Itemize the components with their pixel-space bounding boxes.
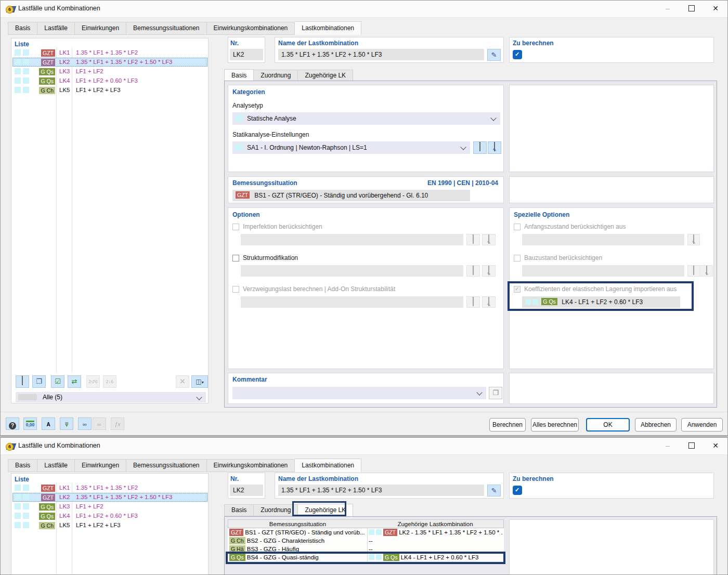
anwenden-button[interactable]: Anwenden — [681, 418, 723, 432]
tab-basis[interactable]: Basis — [8, 22, 37, 35]
list-item-lk3[interactable]: G Qs LK3 LF1 + LF2 — [12, 502, 207, 511]
zu-berechnen-checkbox[interactable] — [513, 50, 522, 59]
tab-einwirkungen[interactable]: Einwirkungen — [75, 22, 126, 35]
flag-swatch[interactable] — [23, 485, 29, 491]
struktur-new-button[interactable]: ✦ — [466, 265, 480, 277]
flag-swatch[interactable] — [15, 68, 21, 74]
tab-bemessungssituationen[interactable]: Bemessungssituationen — [126, 459, 206, 472]
unlink-button[interactable]: ∞ — [93, 417, 106, 430]
struktur-edit-button[interactable]: ✎ — [482, 265, 496, 277]
tab-lastkombinationen[interactable]: Lastkombinationen — [295, 459, 361, 472]
subtab-zuordnung[interactable]: Zuordnung — [254, 70, 298, 82]
table-row-bs1[interactable]: GZT BS1 - GZT (STR/GEO) - Ständig und vo… — [228, 528, 504, 537]
flag-swatch[interactable] — [23, 59, 29, 65]
verzweigungslast-checkbox[interactable] — [232, 286, 239, 293]
tab-einwirkungen[interactable]: Einwirkungen — [75, 459, 126, 472]
subtab-zuordnung[interactable]: Zuordnung — [254, 504, 298, 516]
relations-button[interactable]: ⋔ — [60, 417, 73, 430]
flag-swatch[interactable] — [15, 485, 21, 491]
zu-berechnen-checkbox[interactable] — [513, 486, 522, 495]
minimize-button[interactable]: – — [656, 1, 680, 17]
renumber-fill-button[interactable]: 2↓6 — [103, 375, 116, 388]
strukturmodifikation-checkbox[interactable] — [232, 255, 239, 262]
imperfektion-new-button[interactable]: ✦ — [466, 234, 480, 245]
flag-swatch[interactable] — [15, 494, 21, 500]
table-row-bs2[interactable]: G Ch BS2 - GZG - Charakteristisch -- — [228, 537, 504, 545]
flag-swatch[interactable] — [15, 49, 21, 56]
subtab-zugehoerige-lk[interactable]: Zugehörige LK — [298, 504, 353, 516]
list-item-lk2-selected[interactable]: GZT LK2 1.35 * LF1 + 1.35 * LF2 + 1.50 *… — [12, 493, 207, 502]
new-item-button[interactable]: ✦ — [16, 375, 29, 388]
list-item-lk5[interactable]: G Ch LK5 LF1 + LF2 + LF3 — [12, 86, 207, 95]
ok-button[interactable]: OK — [586, 418, 630, 432]
flag-swatch[interactable] — [23, 49, 29, 56]
flag-swatch[interactable] — [23, 522, 29, 528]
flag-swatch[interactable] — [15, 77, 21, 84]
list-item-lk2-selected[interactable]: GZT LK2 1.35 * LF1 + 1.35 * LF2 + 1.50 *… — [12, 58, 207, 67]
flag-swatch[interactable] — [15, 522, 21, 528]
list-item-lk1[interactable]: GZT LK1 1.35 * LF1 + 1.35 * LF2 — [12, 48, 207, 57]
renumber-button[interactable]: 2↺6 — [86, 375, 100, 388]
delete-item-button[interactable]: ✕ — [176, 375, 189, 388]
flag-swatch[interactable] — [23, 68, 29, 74]
flag-swatch[interactable] — [15, 87, 21, 93]
statik-edit-button[interactable]: ✎ — [488, 141, 501, 154]
flag-swatch[interactable] — [15, 59, 21, 65]
flag-swatch[interactable] — [23, 503, 29, 509]
maximize-button[interactable] — [680, 438, 704, 454]
tab-lastkombinationen[interactable]: Lastkombinationen — [295, 21, 361, 35]
abbrechen-button[interactable]: Abbrechen — [635, 418, 677, 432]
list-item-lk1[interactable]: GZT LK1 1.35 * LF1 + 1.35 * LF2 — [12, 483, 207, 492]
bauzustand-edit-button[interactable]: ✎ — [700, 265, 713, 277]
titlebar[interactable]: 6 Lastfälle und Kombinationen – ✕ — [1, 1, 727, 18]
verzweigung-edit-button[interactable]: ✎ — [482, 296, 496, 308]
kommentar-dropdown[interactable] — [232, 387, 486, 399]
kommentar-copy-button[interactable]: ❐ — [489, 387, 502, 399]
anfangszustand-checkbox[interactable] — [514, 224, 521, 230]
tab-bemessungssituationen[interactable]: Bemessungssituationen — [126, 22, 206, 35]
units-button[interactable]: 0,00 — [23, 417, 37, 430]
help-button[interactable]: ? — [6, 417, 19, 430]
tab-lastfaelle[interactable]: Lastfälle — [37, 459, 75, 472]
statik-new-button[interactable]: ✦ — [473, 141, 487, 154]
close-button[interactable]: ✕ — [704, 438, 727, 454]
flag-swatch[interactable] — [15, 503, 21, 509]
imperfektion-edit-button[interactable]: ✎ — [482, 234, 496, 245]
list-item-lk3[interactable]: G Qs LK3 LF1 + LF2 — [12, 67, 207, 76]
analysetyp-dropdown[interactable]: Statische Analyse — [232, 112, 500, 125]
flag-swatch[interactable] — [15, 513, 21, 519]
maximize-button[interactable] — [680, 1, 704, 17]
table-row-bs4[interactable]: G Qs BS4 - GZG - Quasi-ständig G Qs LK4 … — [228, 553, 504, 562]
display-settings-button[interactable]: A — [42, 417, 55, 430]
verzweigung-new-button[interactable]: ✦ — [466, 296, 480, 308]
statik-dropdown[interactable]: SA1 - I. Ordnung | Newton-Raphson | LS=1 — [232, 141, 470, 154]
invert-check-button[interactable]: ⇄ — [68, 375, 81, 388]
tab-lastfaelle[interactable]: Lastfälle — [37, 22, 75, 35]
alles-berechnen-button[interactable]: Alles berechnen — [531, 418, 579, 432]
flag-swatch[interactable] — [23, 77, 29, 84]
berechnen-button[interactable]: Berechnen — [489, 418, 526, 432]
formula-button[interactable]: ƒx — [111, 417, 124, 430]
check-all-button[interactable]: ☑ — [51, 375, 64, 388]
rename-button[interactable]: ✎ — [487, 485, 501, 496]
list-item-lk5[interactable]: G Ch LK5 LF1 + LF2 + LF3 — [12, 521, 207, 530]
subtab-zugehoerige-lk[interactable]: Zugehörige LK — [298, 70, 353, 82]
bemessung-field[interactable]: GZT BS1 - GZT (STR/GEO) - Ständig und vo… — [232, 190, 470, 201]
titlebar[interactable]: 6 Lastfälle und Kombinationen – ✕ — [1, 438, 727, 455]
minimize-button[interactable]: – — [656, 438, 680, 454]
flag-swatch[interactable] — [23, 87, 29, 93]
koeffizienten-field[interactable]: G Qs LK4 - LF1 + LF2 + 0.60 * LF3 — [522, 296, 680, 308]
table-header-bemessungssituation[interactable]: Bemessungssituation — [228, 519, 368, 528]
list-item-lk4[interactable]: G Qs LK4 LF1 + LF2 + 0.60 * LF3 — [12, 76, 207, 85]
subtab-basis[interactable]: Basis — [224, 69, 254, 82]
table-header-zugehoerige-lk[interactable]: Zugehörige Lastkombination — [367, 519, 504, 528]
tab-basis[interactable]: Basis — [8, 459, 37, 472]
tab-einwirkungskombinationen[interactable]: Einwirkungskombinationen — [207, 22, 295, 35]
close-button[interactable]: ✕ — [704, 1, 727, 17]
anfangszustand-edit-button[interactable]: ✎ — [687, 234, 700, 245]
flag-swatch[interactable] — [23, 513, 29, 519]
list-filter-dropdown[interactable]: Alle (5) — [16, 392, 206, 402]
name-field[interactable]: 1.35 * LF1 + 1.35 * LF2 + 1.50 * LF3 — [278, 49, 484, 60]
nr-field[interactable]: LK2 — [230, 485, 263, 496]
list-item-lk4[interactable]: G Qs LK4 LF1 + LF2 + 0.60 * LF3 — [12, 512, 207, 520]
